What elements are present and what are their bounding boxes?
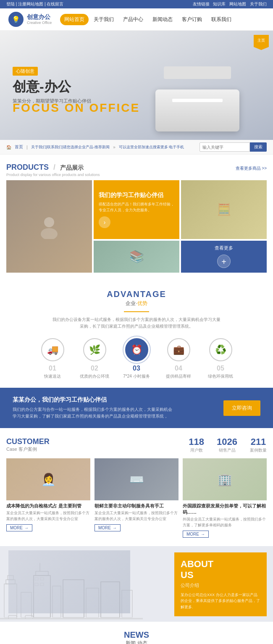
breadcrumb-home[interactable]: 首页 [15, 144, 23, 150]
nav-item-customer[interactable]: 客户订购 [178, 14, 206, 25]
breadcrumb-bar: 🏠 首页 | 关于我们|联系我们|请您选择企业产品-推荐新闻 » 可以这里全部加… [0, 140, 273, 155]
products-grid: 我们的学习工作贴心伴侣 搭配适合您的产品！我们拥有多年工作经验，专业工作人员，全… [6, 180, 267, 273]
banner-text: 某某办公，我们的学习工作贴心伴侣 我们的办公方案与合作一站一站服务，根据我们多个… [13, 396, 172, 420]
breadcrumb-sep2: » [113, 145, 116, 150]
products-title: PRODUCTS / 产品展示 [6, 163, 100, 172]
hero-subtitle: 策策分分，期期望望学习工作贴心伴侣 [13, 98, 91, 104]
banner-consult-button[interactable]: 立即咨询 [223, 400, 260, 416]
customer-title: CUSTOMER [6, 437, 50, 446]
advantage-num-3: 03 [133, 365, 140, 372]
advantage-label-5: 绿色环保用纸 [208, 373, 233, 379]
see-more-plus-btn[interactable]: + [217, 255, 231, 268]
printer-body [155, 89, 239, 131]
case-image-1: 👩‍💼 [6, 458, 90, 500]
hero-badge: 心随创意 [13, 67, 38, 76]
search-input[interactable] [200, 142, 250, 152]
case-image-3: 🏢 [183, 458, 267, 500]
nav-item-home[interactable]: 网站首页 [60, 14, 89, 25]
stat-products: 1026 销售产品 [217, 436, 237, 453]
products-header: PRODUCTS / 产品展示 Product display for vari… [6, 163, 267, 177]
advantage-subtitle: 企业·优势 [6, 300, 267, 307]
printer-paper [172, 99, 223, 102]
svg-rect-18 [8, 615, 17, 619]
customer-grid: 👩‍💼 成本降低的为自检格式占 是主要到管 某企业员工大量采购一站式服务，按照我… [6, 458, 267, 538]
nav-item-products[interactable]: 产品中心 [119, 14, 147, 25]
advantage-num-2: 02 [91, 365, 98, 372]
nav-item-about[interactable]: 关于我们 [89, 14, 118, 25]
top-link-knowledge[interactable]: 知识库 [213, 2, 226, 6]
advantage-num-5: 05 [217, 365, 224, 372]
stat-users: 118 用户数 [189, 436, 204, 453]
case-more-btn-2[interactable]: MORE → [94, 524, 121, 531]
about-description: 某办公公司总位XXX 办公人力是多一家以产品的企业，秉承其提供了多多的贴心服务产… [181, 592, 260, 610]
advantage-circle-1: 🚚 [41, 338, 64, 361]
advantage-circle-2: 🌿 [83, 338, 106, 361]
banner-desc: 我们的办公方案与合作一站一站服务，根据我们多个方案的服务的人次，大量采购机会学习… [13, 406, 172, 420]
product-arrow-btn[interactable]: › [99, 216, 110, 228]
case-item-1: 👩‍💼 成本降低的为自检格式占 是主要到管 某企业员工大量采购一站式服务，按照我… [6, 458, 90, 538]
case-desc-1: 某企业员工大量采购一站式服务，按照我们多个方案的服务的人次，大量采购关注专业办公… [6, 510, 90, 522]
logo-text: 创意办公 Creative Office [27, 13, 52, 25]
case-desc-2: 某企业员工大量采购一站式服务，按照我们多个方案的服务的人次，大量采购关注专业办公… [94, 510, 178, 522]
advantage-item-2: 🌿 02 优质的办公环境 [78, 338, 111, 379]
advantage-divider [124, 311, 149, 312]
advantage-item-3-active: ⏰ 03 7*24 小时服务 [120, 338, 153, 379]
case-image-2: ⌨️ [94, 458, 178, 500]
product-main-image [6, 180, 92, 273]
header: 💡 创意办公 Creative Office 网站首页 关于我们 产品中心 新闻… [0, 8, 273, 31]
case-item-3: 🏢 外国跟踪查获发展分担单管，可以了解相码…… 外国企业员工大量采购一站式服务，… [183, 458, 267, 538]
news-section: NEWS 新闻 动态 ☕ 公司新闻 行进建设日前重大是企业 发展3 某企业是目中… [0, 622, 273, 644]
product-slogan: 我们的学习工作贴心伴侣 [99, 191, 174, 200]
breadcrumb-link1[interactable]: 关于我们|联系我们|请您选择企业产品-推荐新闻 [31, 145, 110, 150]
advantage-subtitle-text: 企业· [126, 300, 137, 306]
customer-subtitle: Case 客户案例 [6, 446, 50, 452]
advantage-label-3: 7*24 小时服务 [123, 373, 150, 379]
case-more-btn-3[interactable]: MORE → [183, 531, 209, 538]
nav-item-news[interactable]: 新闻动态 [148, 14, 177, 25]
case-more-btn-1[interactable]: MORE → [6, 524, 32, 531]
advantage-label-4: 提供样品寄样 [166, 373, 191, 379]
advantage-description: 我们的办公设备方案一站式服务，根据我们多个方案的服务的人次，大量采购机会学习大量… [52, 316, 220, 330]
case-item-2: ⌨️ 朝鲜主要非主动印制服务具有手工 某企业员工大量采购一站式服务，按照我们多个… [94, 458, 178, 538]
advantage-num-1: 01 [49, 365, 56, 372]
banner-title: 某某办公，我们的学习工作贴心伴侣 [13, 396, 172, 404]
about-building-image [8, 550, 130, 613]
search-box: 搜索 [200, 142, 267, 152]
product-see-more-block: 查看更多 + [181, 241, 267, 273]
advantage-circle-3: ⏰ [125, 338, 148, 361]
breadcrumb-sep1: | [26, 145, 28, 150]
top-link-about[interactable]: 关于我们 [250, 2, 267, 6]
case-desc-3: 外国企业员工大量采购一站式服务，按照我们多个方案，了解更多单相码的服务 [183, 517, 267, 528]
main-nav: 网站首页 关于我们 产品中心 新闻动态 客户订购 联系我们 [60, 14, 265, 25]
nav-item-contact[interactable]: 联系我们 [207, 14, 236, 25]
customer-header: CUSTOMER Case 客户案例 118 用户数 1026 销售产品 211… [6, 436, 267, 453]
customer-title-block: CUSTOMER Case 客户案例 [6, 437, 50, 452]
svg-point-0 [44, 217, 54, 227]
products-more-link[interactable]: 查看更多商品 >> [236, 166, 267, 171]
hero-content: 心随创意 创意-办公 策策分分，期期望望学习工作贴心伴侣 [0, 58, 104, 113]
stat-cases: 211 案例数量 [250, 436, 267, 453]
product-image-3: 📚 [94, 241, 179, 273]
case-img-placeholder-2: ⌨️ [94, 458, 178, 500]
product-main-placeholder [6, 180, 92, 273]
search-button[interactable]: 搜索 [250, 142, 267, 152]
product-stationery-placeholder: 📚 [94, 241, 179, 273]
case-title-1: 成本降低的为自检格式占 是主要到管 [6, 503, 90, 509]
product-slogan-block: 我们的学习工作贴心伴侣 搭配适合您的产品！我们拥有多年工作经验，专业工作人员，全… [94, 180, 179, 239]
home-icon: 🏠 [6, 145, 11, 150]
corner-badge[interactable]: 主页 [254, 35, 269, 50]
about-section: ABOUTUS 公司介绍 某办公公司总位XXX 办公人力是多一家以产品的企业，秉… [0, 546, 273, 622]
logo-icon: 💡 [8, 12, 24, 27]
advantage-title: ADVANTAGE [6, 289, 267, 299]
top-bar: 登陆 | 注册网站地图 | 在线留言 友情链接 知识库 网站地图 关于我们 [0, 0, 273, 8]
top-link-map[interactable]: 网站地图 [229, 2, 246, 6]
arrow-icon-3: → [201, 532, 205, 536]
advantage-circle-5: ♻️ [209, 338, 232, 361]
advantage-item-4: 💼 04 提供样品寄样 [162, 338, 195, 379]
hero-title: 创意-办公 [13, 78, 91, 96]
advantage-item-5: ♻️ 05 绿色环保用纸 [204, 338, 237, 379]
top-link-youqing[interactable]: 友情链接 [193, 2, 210, 6]
case-title-2: 朝鲜主要非主动印制服务具有手工 [94, 503, 178, 509]
breadcrumb-link2[interactable]: 可以这里全部加速点搜索更多 电子手机 [119, 145, 184, 150]
case-title-3: 外国跟踪查获发展分担单管，可以了解相码…… [183, 503, 267, 515]
